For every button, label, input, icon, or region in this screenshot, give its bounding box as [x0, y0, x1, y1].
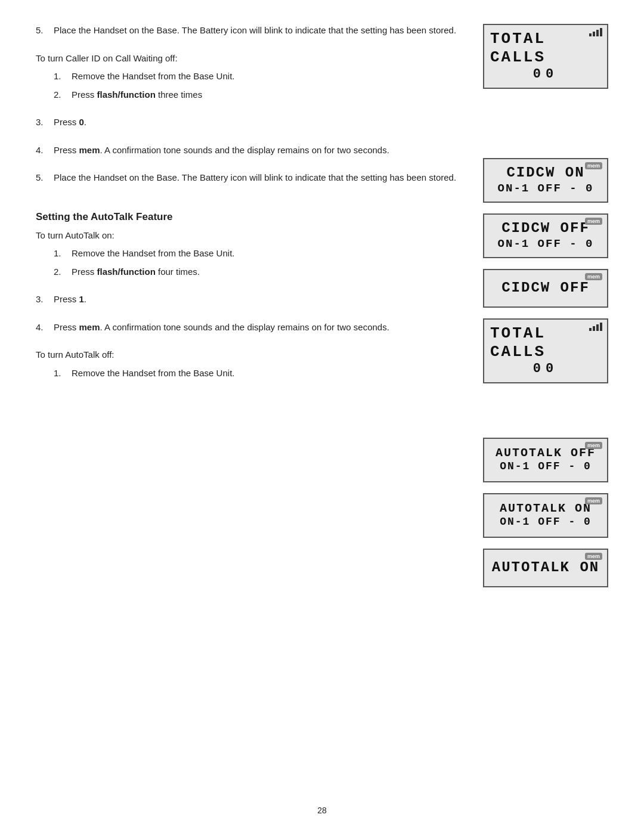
caller-step-1: 1. Remove the Handset from the Base Unit…	[54, 70, 459, 83]
caller-step-4: 4. Press mem. A confirmation tone sounds…	[36, 144, 459, 157]
left-column: 5. Place the Handset on the Base. The Ba…	[36, 24, 477, 587]
lcd-line1-2: CIDCW ON	[506, 165, 584, 182]
auto-step-4: 4. Press mem. A confirmation tone sounds…	[36, 321, 459, 335]
lcd-display-1: TOTAL CALLS 00	[483, 24, 608, 89]
auto-step-2: 2. Press flash/function four times.	[54, 265, 459, 279]
caller-id-off-intro: To turn Caller ID on Call Waiting off:	[36, 52, 459, 66]
auto-off-step-num-1: 1.	[54, 367, 72, 380]
lcd-line2-3: ON-1 OFF - 0	[498, 237, 594, 251]
lcd-line1-3: CIDCW OFF	[501, 220, 590, 237]
lcd-display-8: mem AUTOTALK ON	[483, 549, 608, 587]
bold-mem-1: mem	[79, 145, 100, 155]
auto-step-text-1: Remove the Handset from the Base Unit.	[72, 247, 459, 261]
lcd-line2-1: 00	[490, 67, 601, 82]
autotalk-off-steps: 1. Remove the Handset from the Base Unit…	[54, 367, 459, 380]
mem-badge-2: mem	[585, 162, 602, 169]
auto-off-step-1: 1. Remove the Handset from the Base Unit…	[54, 367, 459, 380]
lcd-line2-6: ON-1 OFF - 0	[500, 460, 592, 473]
caller-step-num-4: 4.	[36, 144, 54, 157]
caller-step-text-3: Press 0.	[54, 116, 459, 129]
auto-step2-suffix: four times.	[156, 267, 200, 277]
auto-step-num-3: 3.	[36, 293, 54, 306]
lcd-total-calls-content-5: TOTAL CALLS 00	[490, 324, 601, 377]
auto-step-3: 3. Press 1.	[36, 293, 459, 306]
list-text-5: Place the Handset on the Base. The Batte…	[54, 24, 459, 38]
lcd-display-5: TOTAL CALLS 00	[483, 318, 608, 383]
lcd-total-calls-content-1: TOTAL CALLS 00	[490, 30, 601, 83]
caller-step-text-1: Remove the Handset from the Base Unit.	[72, 70, 459, 83]
lcd-line2-2: ON-1 OFF - 0	[498, 182, 594, 196]
mem-badge-6: mem	[585, 442, 602, 449]
lcd-line1-8: AUTOTALK ON	[492, 559, 599, 577]
caller-step-5: 5. Place the Handset on the Base. The Ba…	[36, 171, 459, 185]
caller-step-text-4: Press mem. A confirmation tone sounds an…	[54, 144, 459, 157]
caller-step-2: 2. Press flash/function three times	[54, 88, 459, 102]
autotalk-on-steps: 1. Remove the Handset from the Base Unit…	[54, 247, 459, 278]
lcd-display-4: mem CIDCW OFF	[483, 269, 608, 308]
caller-step-text-5: Place the Handset on the Base. The Batte…	[54, 171, 459, 185]
lcd-line1-5: TOTAL CALLS	[490, 324, 601, 361]
mem-badge-3: mem	[585, 218, 602, 225]
caller-id-steps: 1. Remove the Handset from the Base Unit…	[54, 70, 459, 101]
section-heading-autotalk: Setting the AutoTalk Feature	[36, 211, 459, 223]
lcd-line2-7: ON-1 OFF - 0	[500, 516, 592, 529]
lcd-display-7: mem AUTOTALK ON ON-1 OFF - 0	[483, 493, 608, 538]
mem-badge-4: mem	[585, 273, 602, 280]
auto-step-text-2: Press flash/function four times.	[72, 265, 459, 279]
caller-step-3: 3. Press 0.	[36, 116, 459, 129]
list-num-5: 5.	[36, 24, 54, 38]
bold-one: 1	[79, 294, 84, 304]
auto-step-text-4: Press mem. A confirmation tone sounds an…	[54, 321, 459, 335]
lcd-line1-6: AUTOTALK OFF	[496, 446, 596, 460]
auto-step-num-2: 2.	[54, 265, 72, 279]
step2-suffix: three times	[156, 89, 202, 100]
caller-step-num-3: 3.	[36, 116, 54, 129]
page-number: 28	[0, 806, 644, 815]
mem-badge-8: mem	[585, 553, 602, 560]
autotalk-off-intro: To turn AutoTalk off:	[36, 348, 459, 362]
list-item-5: 5. Place the Handset on the Base. The Ba…	[36, 24, 459, 38]
caller-step-text-2: Press flash/function three times	[72, 88, 459, 102]
lcd-display-2: mem CIDCW ON ON-1 OFF - 0	[483, 158, 608, 203]
bold-flash-function: flash/function	[97, 89, 156, 100]
autotalk-on-intro: To turn AutoTalk on:	[36, 229, 459, 243]
lcd-line1-1: TOTAL CALLS	[490, 30, 601, 67]
mem-badge-7: mem	[585, 497, 602, 504]
bold-zero: 0	[79, 117, 84, 127]
bold-mem-2: mem	[79, 322, 100, 332]
auto-off-step-text-1: Remove the Handset from the Base Unit.	[72, 367, 459, 380]
auto-step-1: 1. Remove the Handset from the Base Unit…	[54, 247, 459, 261]
auto-step-text-3: Press 1.	[54, 293, 459, 306]
bold-flash-function-2: flash/function	[97, 267, 156, 277]
signal-icon-1	[589, 28, 602, 36]
lcd-display-6: mem AUTOTALK OFF ON-1 OFF - 0	[483, 438, 608, 482]
auto-step-num-1: 1.	[54, 247, 72, 261]
auto-step-num-4: 4.	[36, 321, 54, 335]
signal-icon-5	[589, 323, 602, 331]
lcd-line2-5: 00	[490, 361, 601, 377]
right-column: TOTAL CALLS 00 mem CIDCW ON ON-1 OFF - 0…	[477, 24, 614, 587]
lcd-line1-7: AUTOTALK ON	[500, 501, 592, 516]
caller-step-num-2: 2.	[54, 88, 72, 102]
caller-step-num-1: 1.	[54, 70, 72, 83]
caller-step-num-5: 5.	[36, 171, 54, 185]
lcd-display-3: mem CIDCW OFF ON-1 OFF - 0	[483, 213, 608, 258]
lcd-line1-4: CIDCW OFF	[501, 280, 590, 297]
